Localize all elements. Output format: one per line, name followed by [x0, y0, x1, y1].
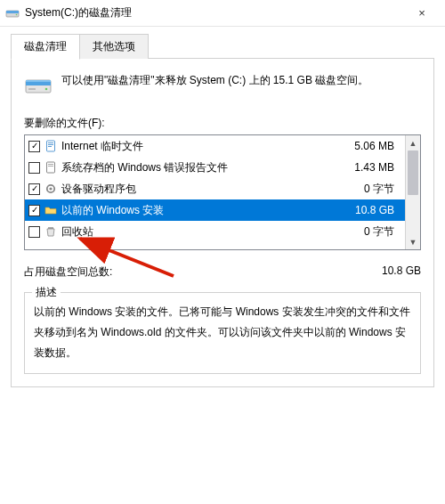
intro-text: 可以使用"磁盘清理"来释放 System (C:) 上的 15.1 GB 磁盘空…	[61, 71, 368, 100]
svg-rect-5	[26, 80, 51, 82]
svg-point-2	[16, 13, 18, 15]
svg-rect-11	[48, 146, 52, 147]
list-item[interactable]: 回收站 0 字节	[25, 221, 405, 242]
list-item-label: 以前的 Windows 安装	[61, 203, 352, 218]
page-icon	[44, 139, 58, 153]
checkbox[interactable]: ✓	[28, 141, 40, 152]
close-button[interactable]: ×	[404, 0, 440, 27]
list-item-selected[interactable]: ✓ 以前的 Windows 安装 10.8 GB	[25, 199, 405, 221]
folder-icon	[44, 203, 58, 217]
files-label: 要删除的文件(F):	[24, 116, 421, 131]
total-row: 占用磁盘空间总数: 10.8 GB	[24, 264, 421, 280]
list-item-label: 回收站	[61, 224, 360, 240]
file-list-body[interactable]: ✓ Internet 临时文件 5.06 MB 系统存档的 Windows 错误…	[25, 135, 405, 249]
gear-icon	[44, 182, 58, 196]
list-item[interactable]: 系统存档的 Windows 错误报告文件 1.43 MB	[25, 157, 405, 178]
checkbox[interactable]	[28, 226, 40, 238]
description-text: 以前的 Windows 安装的文件。已将可能与 Windows 安装发生冲突的文…	[34, 302, 411, 362]
list-item-label: 设备驱动程序包	[61, 182, 360, 197]
drive-icon	[24, 71, 53, 100]
scroll-up-button[interactable]: ▲	[406, 135, 420, 150]
list-item-size: 10.8 GB	[355, 204, 400, 216]
page-icon	[44, 160, 58, 175]
list-item[interactable]: ✓ Internet 临时文件 5.06 MB	[25, 135, 405, 157]
svg-rect-14	[48, 166, 53, 167]
scroll-track[interactable]	[406, 150, 420, 234]
description-group: 描述 以前的 Windows 安装的文件。已将可能与 Windows 安装发生冲…	[24, 292, 421, 374]
list-item-label: Internet 临时文件	[61, 139, 351, 154]
svg-rect-1	[6, 11, 19, 13]
list-item-size: 1.43 MB	[354, 161, 400, 174]
svg-point-16	[49, 187, 52, 190]
svg-rect-12	[47, 162, 55, 173]
checkbox[interactable]: ✓	[28, 205, 40, 216]
scrollbar[interactable]: ▲ ▼	[405, 135, 420, 249]
checkbox[interactable]: ✓	[28, 183, 40, 195]
checkbox[interactable]	[28, 162, 40, 174]
titlebar: System(C:)的磁盘清理 ×	[0, 0, 445, 27]
list-item[interactable]: ✓ 设备驱动程序包 0 字节	[25, 178, 405, 199]
intro-block: 可以使用"磁盘清理"来释放 System (C:) 上的 15.1 GB 磁盘空…	[24, 71, 421, 100]
scroll-thumb[interactable]	[408, 150, 418, 195]
list-item-size: 0 字节	[364, 224, 400, 240]
list-item-size: 5.06 MB	[354, 140, 400, 152]
close-icon: ×	[418, 6, 425, 20]
description-title: 描述	[32, 285, 61, 300]
svg-rect-9	[48, 142, 53, 143]
drive-icon-small	[5, 6, 20, 20]
scroll-down-button[interactable]: ▼	[406, 234, 420, 249]
window-title: System(C:)的磁盘清理	[25, 5, 404, 20]
svg-rect-13	[48, 164, 53, 165]
svg-rect-17	[48, 227, 53, 228]
total-value: 10.8 GB	[382, 264, 421, 280]
svg-point-6	[45, 88, 48, 91]
svg-rect-7	[28, 88, 36, 90]
recycle-bin-icon	[44, 224, 58, 239]
svg-rect-10	[48, 144, 53, 145]
tab-panel: 可以使用"磁盘清理"来释放 System (C:) 上的 15.1 GB 磁盘空…	[11, 59, 434, 387]
total-label: 占用磁盘空间总数:	[24, 264, 382, 280]
file-list: ✓ Internet 临时文件 5.06 MB 系统存档的 Windows 错误…	[24, 134, 421, 250]
list-item-label: 系统存档的 Windows 错误报告文件	[61, 160, 351, 175]
tab-more-options[interactable]: 其他选项	[79, 34, 149, 59]
tab-disk-cleanup[interactable]: 磁盘清理	[11, 34, 80, 60]
tab-strip: 磁盘清理 其他选项	[0, 27, 445, 59]
list-item-size: 0 字节	[364, 182, 400, 197]
